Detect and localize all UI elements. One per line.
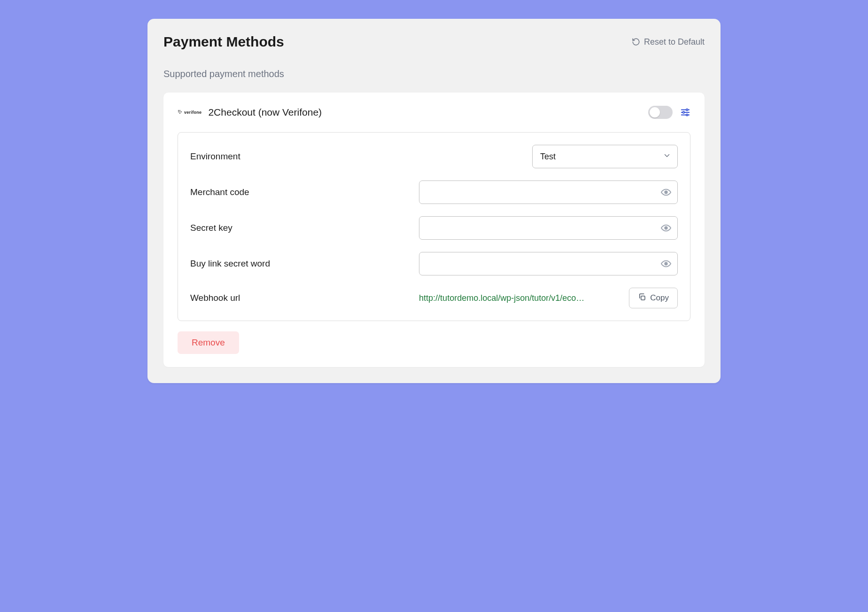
svg-point-13 xyxy=(665,227,667,229)
webhook-label: Webhook url xyxy=(190,293,410,303)
enable-toggle[interactable] xyxy=(648,106,673,119)
secret-key-label: Secret key xyxy=(190,223,410,233)
field-secret-key: Secret key xyxy=(190,216,678,240)
reset-label: Reset to Default xyxy=(644,37,705,47)
svg-point-0 xyxy=(178,110,179,111)
copy-button[interactable]: Copy xyxy=(629,288,678,308)
svg-point-5 xyxy=(179,113,180,114)
svg-point-3 xyxy=(179,111,180,112)
toggle-knob xyxy=(650,107,660,118)
buy-link-secret-input[interactable] xyxy=(419,252,678,275)
field-environment: Environment Test xyxy=(190,145,678,168)
payment-methods-panel: Payment Methods Reset to Default Support… xyxy=(147,19,721,383)
svg-point-12 xyxy=(665,191,667,194)
webhook-url: http://tutordemo.local/wp-json/tutor/v1/… xyxy=(419,293,623,303)
copy-icon xyxy=(638,293,646,304)
svg-point-9 xyxy=(683,111,685,113)
method-card: verifone 2Checkout (now Verifone) xyxy=(163,93,705,367)
field-webhook: Webhook url http://tutordemo.local/wp-js… xyxy=(190,288,678,308)
svg-point-2 xyxy=(178,111,179,112)
environment-label: Environment xyxy=(190,151,410,162)
svg-point-1 xyxy=(179,110,180,111)
refresh-icon xyxy=(632,38,640,46)
copy-label: Copy xyxy=(650,293,669,303)
config-box: Environment Test Merchan xyxy=(178,132,690,321)
svg-rect-15 xyxy=(641,296,645,299)
page-title: Payment Methods xyxy=(163,34,284,50)
eye-icon[interactable] xyxy=(661,259,671,269)
method-title-wrap: verifone 2Checkout (now Verifone) xyxy=(178,107,322,118)
reset-to-default-button[interactable]: Reset to Default xyxy=(632,37,705,47)
verifone-logo-icon: verifone xyxy=(178,110,202,115)
environment-select[interactable]: Test xyxy=(532,145,678,168)
svg-point-4 xyxy=(181,111,182,112)
field-merchant-code: Merchant code xyxy=(190,180,678,204)
field-buy-link-secret: Buy link secret word xyxy=(190,252,678,275)
eye-icon[interactable] xyxy=(661,187,671,197)
method-controls xyxy=(648,106,690,119)
svg-point-7 xyxy=(686,109,688,111)
buy-link-secret-label: Buy link secret word xyxy=(190,259,410,269)
svg-point-14 xyxy=(665,262,667,265)
section-subtitle: Supported payment methods xyxy=(163,69,705,79)
merchant-code-label: Merchant code xyxy=(190,187,410,197)
method-name: 2Checkout (now Verifone) xyxy=(208,107,322,118)
method-header: verifone 2Checkout (now Verifone) xyxy=(178,106,690,119)
remove-button[interactable]: Remove xyxy=(178,331,239,354)
secret-key-input[interactable] xyxy=(419,216,678,240)
svg-point-11 xyxy=(686,114,688,116)
sliders-icon[interactable] xyxy=(680,107,690,118)
panel-header: Payment Methods Reset to Default xyxy=(163,34,705,50)
environment-select-wrap: Test xyxy=(532,145,678,168)
eye-icon[interactable] xyxy=(661,223,671,233)
merchant-code-input[interactable] xyxy=(419,180,678,204)
